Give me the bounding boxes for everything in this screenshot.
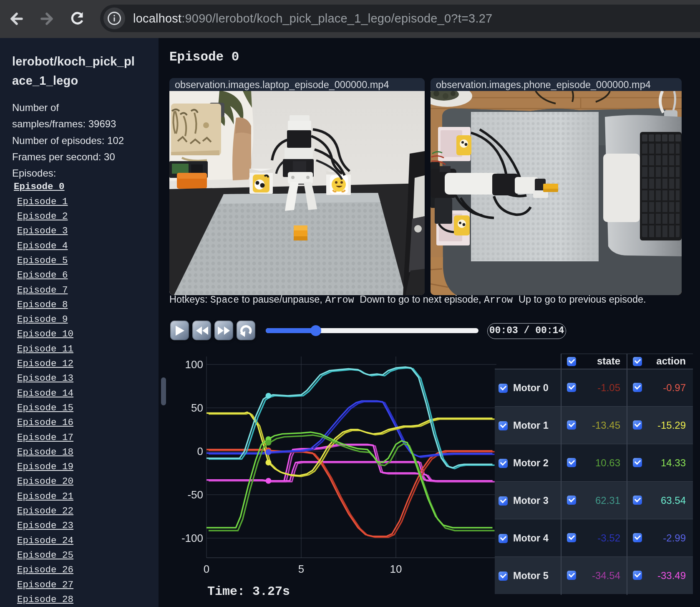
svg-text:50: 50 (191, 402, 203, 414)
svg-text:5: 5 (298, 563, 304, 575)
svg-text:-100: -100 (181, 532, 203, 544)
svg-text:-50: -50 (187, 488, 203, 501)
svg-text:0: 0 (204, 563, 209, 575)
svg-text:10: 10 (390, 563, 402, 575)
svg-text:Time: 3.27s: Time: 3.27s (207, 584, 290, 599)
svg-text:100: 100 (185, 358, 203, 371)
svg-text:0: 0 (197, 445, 203, 458)
